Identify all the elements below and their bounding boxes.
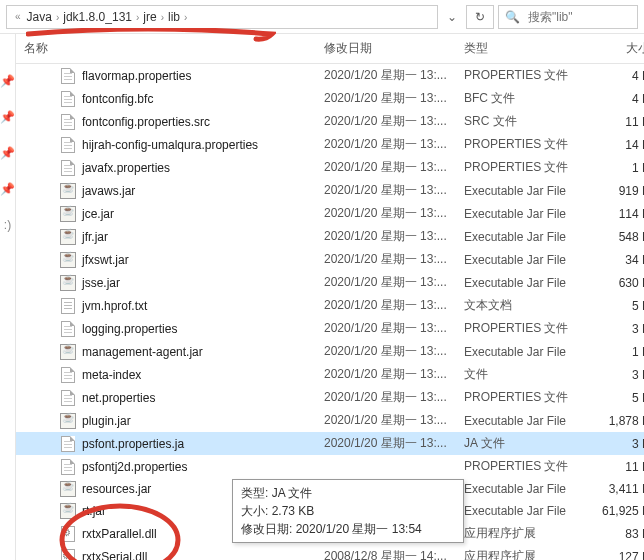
tooltip-type: 类型: JA 文件: [241, 484, 455, 502]
file-icon: [60, 459, 76, 475]
file-size: 1 K: [582, 156, 644, 179]
file-type: Executable Jar File: [456, 225, 582, 248]
file-name: rxtxSerial.dll: [82, 550, 147, 561]
table-row[interactable]: javaws.jar2020/1/20 星期一 13:...Executable…: [16, 179, 644, 202]
col-size[interactable]: 大小: [582, 34, 644, 64]
file-type: Executable Jar File: [456, 409, 582, 432]
col-date[interactable]: 修改日期: [316, 34, 456, 64]
table-row[interactable]: management-agent.jar2020/1/20 星期一 13:...…: [16, 340, 644, 363]
file-type: Executable Jar File: [456, 179, 582, 202]
table-row[interactable]: jfxswt.jar2020/1/20 星期一 13:...Executable…: [16, 248, 644, 271]
file-name: jsse.jar: [82, 276, 120, 290]
breadcrumb-segment[interactable]: Java: [25, 8, 54, 26]
table-row[interactable]: psfontj2d.propertiesPROPERTIES 文件11 K: [16, 455, 644, 478]
file-date: 2008/12/8 星期一 14:...: [316, 545, 456, 560]
file-date: 2020/1/20 星期一 13:...: [316, 317, 456, 340]
chevron-right-icon: ›: [184, 12, 187, 23]
file-size: 4 K: [582, 87, 644, 110]
file-name: javaws.jar: [82, 184, 135, 198]
table-row[interactable]: javafx.properties2020/1/20 星期一 13:...PRO…: [16, 156, 644, 179]
file-size: 3,411 K: [582, 478, 644, 500]
file-date: 2020/1/20 星期一 13:...: [316, 432, 456, 455]
file-type: SRC 文件: [456, 110, 582, 133]
table-row[interactable]: plugin.jar2020/1/20 星期一 13:...Executable…: [16, 409, 644, 432]
file-name: logging.properties: [82, 322, 177, 336]
file-icon: [60, 390, 76, 406]
file-type: JA 文件: [456, 432, 582, 455]
quick-access-pin-icon[interactable]: 📌: [0, 74, 15, 88]
file-icon: [60, 367, 76, 383]
refresh-button[interactable]: ↻: [466, 5, 494, 29]
dll-file-icon: [60, 549, 76, 561]
file-date: 2020/1/20 星期一 13:...: [316, 294, 456, 317]
table-row[interactable]: psfont.properties.ja2020/1/20 星期一 13:...…: [16, 432, 644, 455]
jar-file-icon: [60, 252, 76, 268]
jar-file-icon: [60, 413, 76, 429]
file-date: 2020/1/20 星期一 13:...: [316, 87, 456, 110]
file-size: 630 K: [582, 271, 644, 294]
quick-access-pin-icon[interactable]: 📌: [0, 110, 15, 124]
quick-access-pin-icon[interactable]: 📌: [0, 182, 15, 196]
table-row[interactable]: fontconfig.bfc2020/1/20 星期一 13:...BFC 文件…: [16, 87, 644, 110]
table-row[interactable]: net.properties2020/1/20 星期一 13:...PROPER…: [16, 386, 644, 409]
breadcrumb-segment[interactable]: jdk1.8.0_131: [61, 8, 134, 26]
table-row[interactable]: logging.properties2020/1/20 星期一 13:...PR…: [16, 317, 644, 340]
file-type: 应用程序扩展: [456, 522, 582, 545]
file-date: 2020/1/20 星期一 13:...: [316, 340, 456, 363]
breadcrumb[interactable]: « Java›jdk1.8.0_131›jre›lib›: [6, 5, 438, 29]
file-name: hijrah-config-umalqura.properties: [82, 138, 258, 152]
file-name: psfontj2d.properties: [82, 460, 187, 474]
file-type: Executable Jar File: [456, 202, 582, 225]
col-type[interactable]: 类型: [456, 34, 582, 64]
file-name: management-agent.jar: [82, 345, 203, 359]
file-type: Executable Jar File: [456, 248, 582, 271]
file-date: [316, 455, 456, 478]
file-icon: [60, 137, 76, 153]
table-row[interactable]: rxtxSerial.dll2008/12/8 星期一 14:...应用程序扩展…: [16, 545, 644, 560]
file-type: PROPERTIES 文件: [456, 64, 582, 88]
breadcrumb-segment[interactable]: jre: [141, 8, 158, 26]
file-date: 2020/1/20 星期一 13:...: [316, 363, 456, 386]
col-name[interactable]: 名称: [16, 34, 316, 64]
breadcrumb-segment[interactable]: lib: [166, 8, 182, 26]
table-row[interactable]: jce.jar2020/1/20 星期一 13:...Executable Ja…: [16, 202, 644, 225]
table-row[interactable]: fontconfig.properties.src2020/1/20 星期一 1…: [16, 110, 644, 133]
table-row[interactable]: hijrah-config-umalqura.properties2020/1/…: [16, 133, 644, 156]
file-size: 548 K: [582, 225, 644, 248]
quick-access-drive-icon[interactable]: :): [4, 218, 11, 232]
file-size: 14 K: [582, 133, 644, 156]
file-name: rt.jar: [82, 504, 106, 518]
table-row[interactable]: jsse.jar2020/1/20 星期一 13:...Executable J…: [16, 271, 644, 294]
file-date: 2020/1/20 星期一 13:...: [316, 225, 456, 248]
file-size: 61,925 K: [582, 500, 644, 522]
file-name: fontconfig.bfc: [82, 92, 153, 106]
table-row[interactable]: meta-index2020/1/20 星期一 13:...文件3 K: [16, 363, 644, 386]
file-name: psfont.properties.ja: [82, 437, 184, 451]
file-size: 83 K: [582, 522, 644, 545]
search-box[interactable]: 🔍: [498, 5, 638, 29]
file-name: fontconfig.properties.src: [82, 115, 210, 129]
jar-file-icon: [60, 503, 76, 519]
chevron-right-icon: ›: [136, 12, 139, 23]
table-row[interactable]: flavormap.properties2020/1/20 星期一 13:...…: [16, 64, 644, 88]
search-input[interactable]: [526, 9, 644, 25]
file-type: Executable Jar File: [456, 271, 582, 294]
jar-file-icon: [60, 275, 76, 291]
table-row[interactable]: jvm.hprof.txt2020/1/20 星期一 13:...文本文档5 K: [16, 294, 644, 317]
file-size: 5 K: [582, 386, 644, 409]
file-icon: [60, 114, 76, 130]
file-type: PROPERTIES 文件: [456, 156, 582, 179]
file-size: 114 K: [582, 202, 644, 225]
address-dropdown[interactable]: ⌄: [442, 5, 462, 29]
search-icon: 🔍: [505, 10, 520, 24]
table-row[interactable]: jfr.jar2020/1/20 星期一 13:...Executable Ja…: [16, 225, 644, 248]
file-date: 2020/1/20 星期一 13:...: [316, 386, 456, 409]
file-type: PROPERTIES 文件: [456, 386, 582, 409]
file-date: 2020/1/20 星期一 13:...: [316, 156, 456, 179]
quick-access-pin-icon[interactable]: 📌: [0, 146, 15, 160]
file-name: net.properties: [82, 391, 155, 405]
jar-file-icon: [60, 206, 76, 222]
file-date: 2020/1/20 星期一 13:...: [316, 179, 456, 202]
file-name: jfxswt.jar: [82, 253, 129, 267]
file-type: PROPERTIES 文件: [456, 317, 582, 340]
